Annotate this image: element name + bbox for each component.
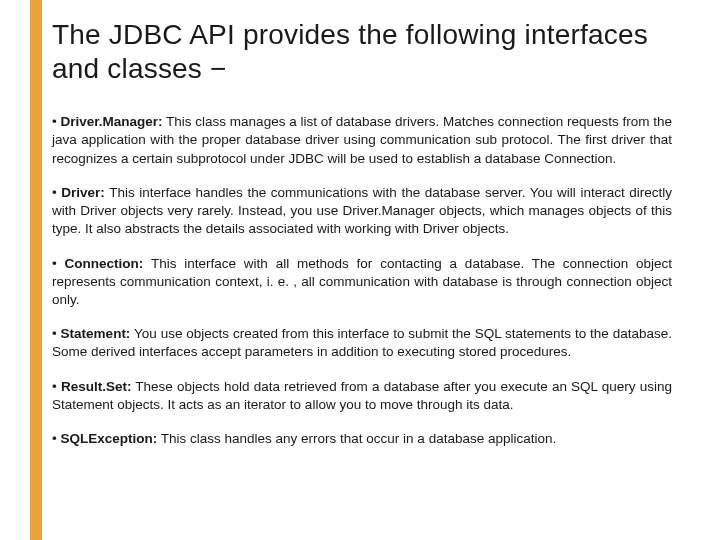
bullet: • [52, 114, 61, 129]
accent-bar [30, 0, 42, 540]
description: You use objects created from this interf… [52, 326, 672, 359]
term: Result.Set: [61, 379, 132, 394]
term: Connection: [65, 256, 144, 271]
description: These objects hold data retrieved from a… [52, 379, 672, 412]
list-item: • Driver.Manager: This class manages a l… [52, 113, 672, 168]
bullet: • [52, 379, 61, 394]
bullet: • [52, 185, 61, 200]
slide-title: The JDBC API provides the following inte… [52, 18, 672, 85]
list-item: • Driver: This interface handles the com… [52, 184, 672, 239]
bullet: • [52, 326, 61, 341]
bullet: • [52, 256, 65, 271]
term: Driver.Manager: [61, 114, 163, 129]
description: This interface with all methods for cont… [52, 256, 672, 307]
list-item: • Statement: You use objects created fro… [52, 325, 672, 361]
list-item: • SQLException: This class handles any e… [52, 430, 672, 448]
term: Statement: [61, 326, 131, 341]
description: This interface handles the communication… [52, 185, 672, 236]
list-item: • Result.Set: These objects hold data re… [52, 378, 672, 414]
description: This class handles any errors that occur… [157, 431, 556, 446]
term: SQLException: [60, 431, 157, 446]
list-item: • Connection: This interface with all me… [52, 255, 672, 310]
term: Driver: [61, 185, 105, 200]
